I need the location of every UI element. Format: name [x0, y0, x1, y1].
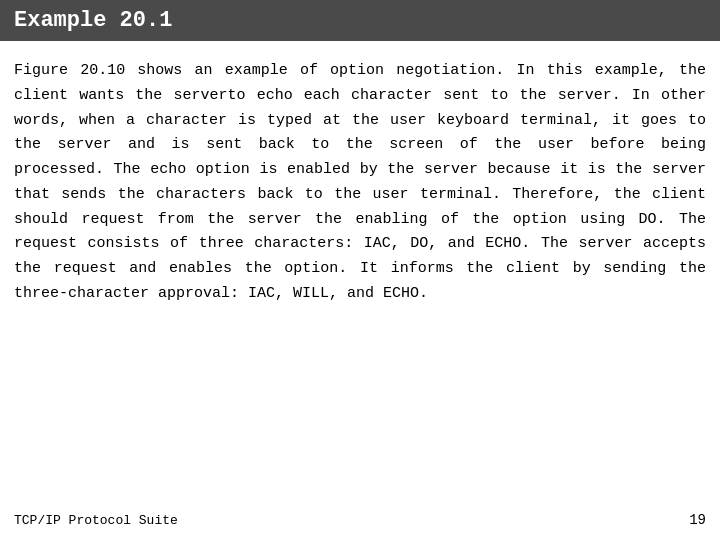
- footer-label: TCP/IP Protocol Suite: [14, 513, 178, 528]
- page-number: 19: [689, 512, 706, 528]
- body-text: Figure 20.10 shows an example of option …: [14, 59, 706, 307]
- content-area: Figure 20.10 shows an example of option …: [0, 41, 720, 502]
- page-title: Example 20.1: [14, 8, 172, 33]
- page-container: Example 20.1 Figure 20.10 shows an examp…: [0, 0, 720, 540]
- header: Example 20.1: [0, 0, 720, 41]
- footer: TCP/IP Protocol Suite 19: [0, 502, 720, 540]
